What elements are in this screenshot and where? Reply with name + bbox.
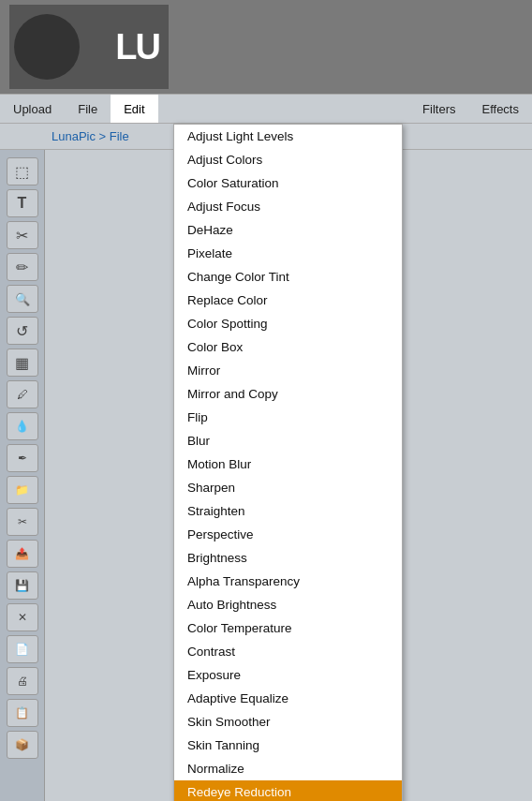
header: LU [0, 0, 532, 94]
save-tool[interactable]: 💾 [7, 571, 38, 600]
menu-alpha-transparency[interactable]: Alpha Transparency [174, 570, 402, 593]
menu-adjust-focus[interactable]: Adjust Focus [174, 195, 402, 218]
grid-tool[interactable]: ▦ [7, 349, 38, 377]
folder-tool[interactable]: 📁 [7, 476, 38, 504]
nav-file[interactable]: File [65, 95, 111, 123]
export-tool[interactable]: 📤 [7, 540, 38, 568]
menu-blur[interactable]: Blur [174, 429, 402, 452]
pencil-tool[interactable]: ✏ [7, 253, 38, 281]
copy-tool[interactable]: 📋 [7, 699, 38, 727]
menu-color-box[interactable]: Color Box [174, 335, 402, 359]
menu-straighten[interactable]: Straighten [174, 499, 402, 523]
logo-text: LU [115, 27, 159, 67]
menu-redeye-reduction[interactable]: Redeye Reduction [174, 780, 402, 801]
cut-tool[interactable]: ✂ [7, 221, 38, 249]
menu-skin-tanning[interactable]: Skin Tanning [174, 734, 402, 757]
menu-adaptive-equalize[interactable]: Adaptive Equalize [174, 687, 402, 710]
dropper-tool[interactable]: 💧 [7, 412, 38, 440]
select-tool[interactable]: ⬚ [7, 157, 38, 185]
logo: LU [9, 5, 169, 89]
menu-mirror-copy[interactable]: Mirror and Copy [174, 382, 402, 406]
menu-flip[interactable]: Flip [174, 406, 402, 429]
menu-change-color-tint[interactable]: Change Color Tint [174, 265, 402, 289]
menu-sharpen[interactable]: Sharpen [174, 476, 402, 499]
logo-circle [14, 14, 80, 80]
breadcrumb-text: LunaPic > File [52, 129, 129, 143]
menu-brightness[interactable]: Brightness [174, 546, 402, 570]
close-tool[interactable]: ✕ [7, 603, 38, 631]
nav-upload[interactable]: Upload [0, 95, 65, 123]
menu-pixelate[interactable]: Pixelate [174, 242, 402, 265]
layer-tool[interactable]: 📦 [7, 731, 38, 759]
brush-tool[interactable]: 🖊 [7, 380, 38, 408]
menu-replace-color[interactable]: Replace Color [174, 289, 402, 312]
menu-normalize[interactable]: Normalize [174, 757, 402, 780]
print-tool[interactable]: 🖨 [7, 667, 38, 695]
text-tool[interactable]: T [7, 189, 38, 217]
menu-color-saturation[interactable]: Color Saturation [174, 171, 402, 195]
nav-effects[interactable]: Effects [468, 102, 532, 116]
menu-adjust-colors[interactable]: Adjust Colors [174, 148, 402, 171]
nav-bar: Upload File Edit Filters Effects [0, 94, 532, 124]
menu-color-spotting[interactable]: Color Spotting [174, 312, 402, 335]
zoom-tool[interactable]: 🔍 [7, 285, 38, 313]
menu-motion-blur[interactable]: Motion Blur [174, 452, 402, 476]
menu-mirror[interactable]: Mirror [174, 359, 402, 382]
crop-tool[interactable]: ✂ [7, 508, 38, 536]
dropdown-menu: Adjust Light Levels Adjust Colors Color … [173, 124, 403, 801]
pen-tool[interactable]: ✒ [7, 444, 38, 472]
menu-auto-brightness[interactable]: Auto Brightness [174, 593, 402, 616]
nav-edit[interactable]: Edit [111, 95, 157, 123]
menu-contrast[interactable]: Contrast [174, 640, 402, 663]
nav-filters[interactable]: Filters [409, 102, 468, 116]
new-tool[interactable]: 📄 [7, 635, 38, 663]
menu-color-temperature[interactable]: Color Temperature [174, 616, 402, 640]
rotate-tool[interactable]: ↺ [7, 317, 38, 345]
menu-adjust-light[interactable]: Adjust Light Levels [174, 125, 402, 148]
menu-perspective[interactable]: Perspective [174, 523, 402, 546]
left-toolbar: ⬚ T ✂ ✏ 🔍 ↺ ▦ 🖊 💧 ✒ 📁 ✂ 📤 💾 ✕ 📄 🖨 📋 📦 [0, 150, 45, 801]
menu-exposure[interactable]: Exposure [174, 663, 402, 687]
menu-skin-smoother[interactable]: Skin Smoother [174, 710, 402, 734]
menu-dehaze[interactable]: DeHaze [174, 218, 402, 242]
